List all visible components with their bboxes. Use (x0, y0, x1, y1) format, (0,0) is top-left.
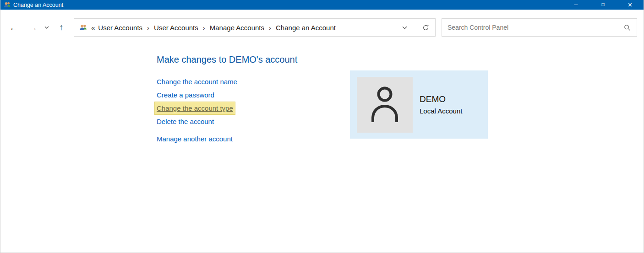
titlebar: Change an Account ─ □ × (0, 0, 644, 10)
recent-pages-chevron-icon[interactable] (42, 26, 52, 29)
page-title: Make changes to DEMO's account (157, 54, 297, 65)
account-type: Local Account (420, 107, 462, 115)
maximize-button[interactable]: □ (589, 0, 617, 10)
breadcrumb-item-user-accounts-1[interactable]: User Accounts (97, 24, 144, 32)
search-icon[interactable] (622, 24, 632, 31)
search-input[interactable] (447, 23, 622, 32)
breadcrumb-item-change-an-account[interactable]: Change an Account (274, 24, 337, 32)
breadcrumb-separator: › (266, 24, 274, 32)
window-title: Change an Account (13, 2, 63, 8)
refresh-icon[interactable] (419, 20, 432, 35)
breadcrumb-item-user-accounts-2[interactable]: User Accounts (153, 24, 200, 32)
up-button[interactable]: ↑ (55, 22, 68, 32)
window-controls: ─ □ × (562, 0, 644, 10)
avatar (357, 77, 413, 133)
search-box (442, 18, 637, 37)
breadcrumb-separator: › (144, 24, 153, 32)
close-button[interactable]: × (617, 0, 644, 10)
minimize-button[interactable]: ─ (562, 0, 589, 10)
user-accounts-icon (79, 24, 87, 31)
address-dropdown-chevron-icon[interactable] (398, 20, 411, 35)
account-card: DEMO Local Account (350, 70, 488, 139)
link-change-account-type[interactable]: Change the account type (154, 102, 235, 115)
user-accounts-icon (4, 1, 11, 8)
back-button[interactable]: ← (7, 22, 21, 33)
link-manage-another-account[interactable]: Manage another account (157, 132, 233, 145)
link-change-account-name[interactable]: Change the account name (157, 75, 237, 88)
change-account-window: Change an Account ─ □ × ← → ↑ (0, 0, 644, 253)
account-name: DEMO (420, 94, 462, 104)
forward-button[interactable]: → (26, 22, 40, 33)
task-links: Change the account name Create a passwor… (157, 75, 237, 145)
address-bar[interactable]: « User Accounts › User Accounts › Manage… (74, 18, 436, 37)
link-create-password[interactable]: Create a password (157, 88, 214, 102)
breadcrumb-overflow[interactable]: « (91, 24, 95, 32)
nav-buttons: ← → ↑ (7, 22, 74, 33)
breadcrumb-separator: › (200, 24, 208, 32)
person-icon (370, 86, 400, 124)
link-delete-account[interactable]: Delete the account (157, 115, 214, 128)
account-info: DEMO Local Account (420, 94, 462, 115)
navigation-toolbar: ← → ↑ « User Accounts › User Accounts › … (0, 10, 644, 45)
breadcrumb-item-manage-accounts[interactable]: Manage Accounts (208, 24, 266, 32)
